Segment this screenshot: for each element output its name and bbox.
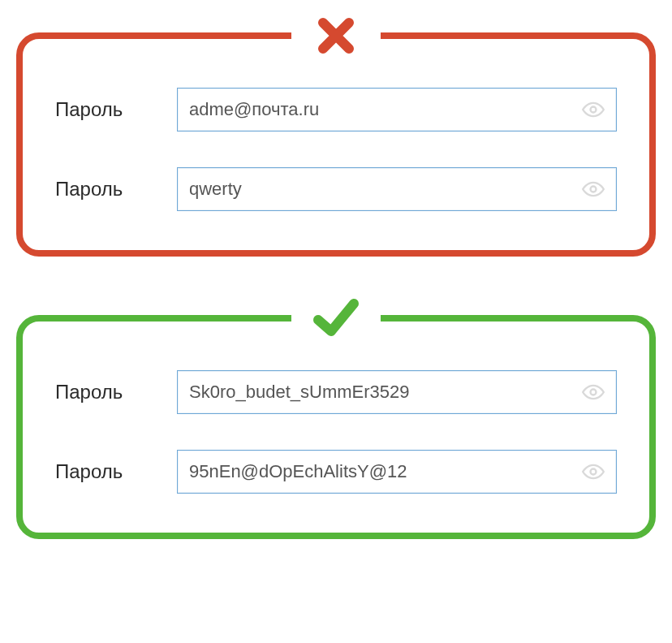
bad-password-card: Пароль Пароль xyxy=(16,32,656,257)
check-icon xyxy=(291,292,381,344)
eye-icon[interactable] xyxy=(581,97,605,122)
password-input[interactable] xyxy=(177,167,617,211)
password-input[interactable] xyxy=(177,370,617,414)
password-input[interactable] xyxy=(177,88,617,132)
password-label: Пароль xyxy=(55,98,177,121)
password-row: Пароль xyxy=(55,167,617,211)
good-password-card: Пароль Пароль xyxy=(16,315,656,539)
password-field[interactable] xyxy=(177,450,617,494)
password-field[interactable] xyxy=(177,370,617,414)
svg-point-3 xyxy=(591,469,597,475)
eye-icon[interactable] xyxy=(581,177,605,201)
password-row: Пароль xyxy=(55,450,617,494)
password-input[interactable] xyxy=(177,450,617,494)
svg-point-0 xyxy=(591,107,597,113)
svg-point-2 xyxy=(591,390,597,395)
cross-icon xyxy=(291,10,381,62)
password-field[interactable] xyxy=(177,167,617,211)
eye-icon[interactable] xyxy=(581,460,605,484)
password-label: Пароль xyxy=(55,381,177,403)
password-label: Пароль xyxy=(55,178,177,201)
password-label: Пароль xyxy=(55,460,177,483)
eye-icon[interactable] xyxy=(581,380,605,404)
password-field[interactable] xyxy=(177,88,617,132)
password-row: Пароль xyxy=(55,370,617,414)
password-row: Пароль xyxy=(55,88,617,132)
password-examples: Пароль Пароль xyxy=(0,0,672,572)
svg-point-1 xyxy=(591,187,597,192)
